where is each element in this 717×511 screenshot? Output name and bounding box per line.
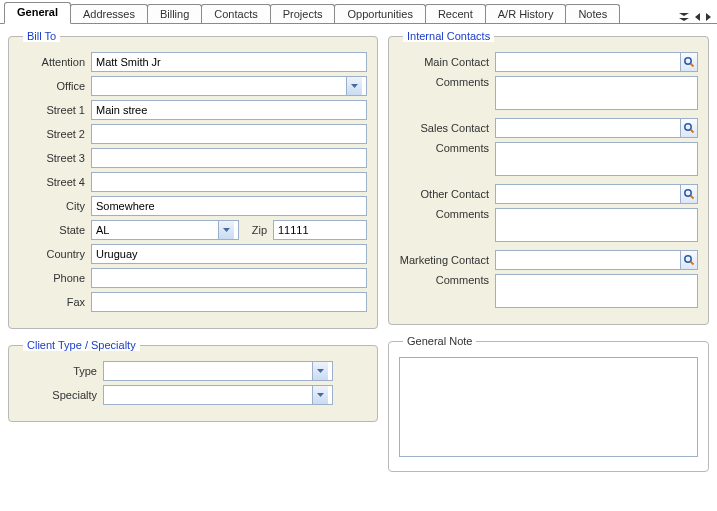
general-note-fieldset: General Note	[388, 335, 709, 472]
zip-input[interactable]	[273, 220, 367, 240]
svg-marker-4	[351, 84, 358, 88]
zip-label: Zip	[245, 224, 273, 236]
type-combo[interactable]	[103, 361, 333, 381]
svg-line-11	[691, 130, 694, 133]
internal-contacts-fieldset: Internal Contacts Main Contact Comments …	[388, 30, 709, 325]
other-contact-label: Other Contact	[399, 188, 495, 200]
internal-contacts-legend: Internal Contacts	[403, 30, 494, 42]
state-value: AL	[96, 224, 218, 236]
svg-marker-0	[679, 13, 689, 16]
general-note-input[interactable]	[399, 357, 698, 457]
svg-line-13	[691, 196, 694, 199]
tab-recent[interactable]: Recent	[425, 4, 486, 23]
sales-comments-label: Comments	[399, 142, 495, 154]
state-label: State	[19, 224, 91, 236]
svg-point-8	[685, 58, 691, 64]
svg-line-9	[691, 64, 694, 67]
office-label: Office	[19, 80, 91, 92]
chevron-down-icon[interactable]	[312, 386, 328, 404]
tab-contacts[interactable]: Contacts	[201, 4, 270, 23]
street3-label: Street 3	[19, 152, 91, 164]
fax-label: Fax	[19, 296, 91, 308]
other-contact-input[interactable]	[495, 184, 680, 204]
svg-marker-7	[317, 393, 324, 397]
chevron-down-icon[interactable]	[346, 77, 362, 95]
billto-legend: Bill To	[23, 30, 60, 42]
svg-marker-5	[223, 228, 230, 232]
marketing-comments-label: Comments	[399, 274, 495, 286]
tab-ar-history[interactable]: A/R History	[485, 4, 567, 23]
other-comments-label: Comments	[399, 208, 495, 220]
svg-marker-6	[317, 369, 324, 373]
clienttype-legend: Client Type / Specialty	[23, 339, 140, 351]
country-label: Country	[19, 248, 91, 260]
svg-point-14	[685, 256, 691, 262]
tab-overflow-icon[interactable]	[679, 12, 689, 23]
svg-marker-2	[695, 13, 700, 21]
main-comments-input[interactable]	[495, 76, 698, 110]
marketing-contact-input[interactable]	[495, 250, 680, 270]
phone-input[interactable]	[91, 268, 367, 288]
main-comments-label: Comments	[399, 76, 495, 88]
svg-point-10	[685, 124, 691, 130]
attention-input[interactable]	[91, 52, 367, 72]
svg-point-12	[685, 190, 691, 196]
city-input[interactable]	[91, 196, 367, 216]
clienttype-fieldset: Client Type / Specialty Type Specialty	[8, 339, 378, 422]
fax-input[interactable]	[91, 292, 367, 312]
svg-marker-1	[679, 18, 689, 21]
other-comments-input[interactable]	[495, 208, 698, 242]
sales-contact-label: Sales Contact	[399, 122, 495, 134]
attention-label: Attention	[19, 56, 91, 68]
street1-label: Street 1	[19, 104, 91, 116]
svg-line-15	[691, 262, 694, 265]
country-input[interactable]	[91, 244, 367, 264]
search-icon[interactable]	[680, 52, 698, 72]
tab-bar: General Addresses Billing Contacts Proje…	[0, 0, 717, 24]
street2-input[interactable]	[91, 124, 367, 144]
street1-input[interactable]	[91, 100, 367, 120]
svg-marker-3	[706, 13, 711, 21]
specialty-combo[interactable]	[103, 385, 333, 405]
sales-comments-input[interactable]	[495, 142, 698, 176]
specialty-label: Specialty	[19, 389, 103, 401]
search-icon[interactable]	[680, 184, 698, 204]
marketing-contact-label: Marketing Contact	[399, 254, 495, 266]
billto-fieldset: Bill To Attention Office Street 1 Street…	[8, 30, 378, 329]
tab-notes[interactable]: Notes	[565, 4, 620, 23]
chevron-down-icon[interactable]	[312, 362, 328, 380]
marketing-comments-input[interactable]	[495, 274, 698, 308]
office-combo[interactable]	[91, 76, 367, 96]
street4-label: Street 4	[19, 176, 91, 188]
tab-addresses[interactable]: Addresses	[70, 4, 148, 23]
main-contact-label: Main Contact	[399, 56, 495, 68]
tab-prev-icon[interactable]	[695, 12, 700, 23]
tab-projects[interactable]: Projects	[270, 4, 336, 23]
tab-opportunities[interactable]: Opportunities	[334, 4, 425, 23]
main-contact-input[interactable]	[495, 52, 680, 72]
city-label: City	[19, 200, 91, 212]
chevron-down-icon[interactable]	[218, 221, 234, 239]
street4-input[interactable]	[91, 172, 367, 192]
tab-controls	[679, 12, 717, 23]
phone-label: Phone	[19, 272, 91, 284]
street3-input[interactable]	[91, 148, 367, 168]
sales-contact-input[interactable]	[495, 118, 680, 138]
search-icon[interactable]	[680, 250, 698, 270]
search-icon[interactable]	[680, 118, 698, 138]
tab-general[interactable]: General	[4, 2, 71, 24]
tab-next-icon[interactable]	[706, 12, 711, 23]
general-note-legend: General Note	[403, 335, 476, 347]
street2-label: Street 2	[19, 128, 91, 140]
tab-billing[interactable]: Billing	[147, 4, 202, 23]
state-combo[interactable]: AL	[91, 220, 239, 240]
type-label: Type	[19, 365, 103, 377]
